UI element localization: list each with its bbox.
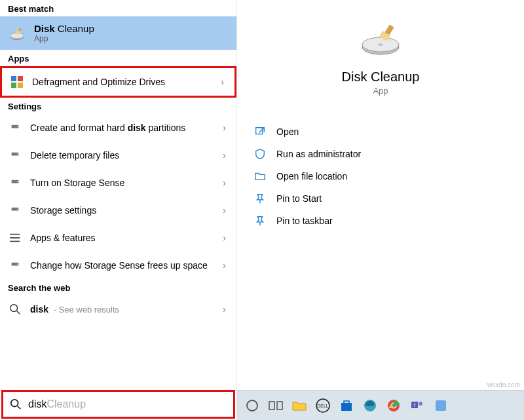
svg-rect-44 — [436, 400, 446, 411]
disk-cleanup-hero-icon — [354, 20, 407, 59]
svg-point-21 — [10, 305, 18, 312]
chrome-icon[interactable] — [384, 396, 403, 415]
pin-icon — [254, 193, 266, 204]
svg-rect-32 — [269, 402, 274, 410]
chevron-right-icon: › — [223, 233, 226, 243]
result-label: Defragment and Optimize Drives — [32, 76, 213, 88]
app-icon[interactable] — [431, 396, 451, 415]
action-open-location[interactable]: Open file location — [250, 165, 511, 187]
drive-icon — [8, 148, 22, 162]
svg-rect-36 — [341, 403, 352, 411]
action-list: Open Run as administrator Open file loca… — [237, 109, 524, 244]
action-run-admin[interactable]: Run as administrator — [250, 143, 511, 165]
svg-point-11 — [17, 154, 18, 155]
web-header: Search the web — [0, 279, 236, 296]
action-label: Open — [276, 126, 299, 137]
open-icon — [254, 126, 266, 138]
chevron-right-icon: › — [223, 205, 226, 216]
search-input[interactable]: disk Cleanup — [1, 390, 235, 419]
result-label: Create and format hard disk partitions — [30, 122, 215, 134]
best-match-item[interactable]: Disk Cleanup App — [0, 16, 236, 50]
svg-point-20 — [17, 264, 18, 265]
settings-result-storage-sense[interactable]: Turn on Storage Sense › — [0, 169, 236, 197]
cortana-icon[interactable] — [242, 396, 262, 415]
chevron-right-icon: › — [223, 304, 226, 315]
folder-icon — [254, 170, 266, 182]
preview-subtitle: App — [373, 86, 388, 96]
action-pin-taskbar[interactable]: Pin to taskbar — [250, 210, 511, 232]
app-result-defragment[interactable]: Defragment and Optimize Drives › — [0, 66, 236, 98]
search-icon — [8, 302, 22, 316]
svg-point-23 — [11, 400, 18, 407]
teams-icon[interactable]: T — [407, 396, 427, 415]
svg-line-24 — [18, 406, 21, 410]
disk-cleanup-icon — [8, 24, 26, 43]
settings-result-storage[interactable]: Storage settings › — [0, 197, 236, 224]
shield-icon — [254, 148, 266, 160]
svg-rect-4 — [11, 76, 16, 81]
svg-point-13 — [17, 181, 18, 182]
svg-point-16 — [10, 234, 11, 235]
action-pin-start[interactable]: Pin to Start — [250, 187, 511, 210]
web-result[interactable]: disk - See web results › — [0, 296, 236, 323]
action-label: Pin to Start — [276, 193, 322, 204]
settings-result-partitions[interactable]: Create and format hard disk partitions › — [0, 114, 236, 142]
best-match-header: Best match — [0, 0, 236, 16]
dell-icon[interactable]: DELL — [313, 396, 333, 415]
drive-icon — [8, 121, 22, 135]
svg-point-18 — [10, 241, 11, 242]
chevron-right-icon: › — [221, 77, 224, 87]
svg-point-31 — [247, 400, 257, 411]
result-label: Change how Storage Sense frees up space — [30, 259, 215, 271]
svg-line-22 — [17, 311, 20, 315]
best-match-text: Disk Cleanup App — [34, 23, 94, 43]
drive-icon — [8, 258, 22, 273]
result-label: Apps & features — [30, 232, 215, 244]
chevron-right-icon: › — [223, 150, 226, 161]
result-label: Delete temporary files — [30, 149, 215, 161]
edge-icon[interactable] — [360, 396, 380, 415]
chevron-right-icon: › — [223, 260, 226, 271]
svg-point-9 — [17, 126, 18, 127]
settings-result-delete-temp[interactable]: Delete temporary files › — [0, 142, 236, 169]
search-completion-text: Cleanup — [47, 398, 86, 410]
chevron-right-icon: › — [223, 123, 226, 133]
svg-point-1 — [10, 33, 24, 39]
result-label: disk - See web results — [30, 303, 215, 316]
taskbar: DELL T — [237, 390, 524, 420]
search-icon — [10, 398, 22, 410]
list-icon — [8, 231, 22, 245]
action-label: Open file location — [276, 171, 347, 181]
svg-point-17 — [10, 237, 11, 239]
search-typed-text: disk — [28, 398, 47, 410]
settings-header: Settings — [0, 98, 236, 114]
svg-point-27 — [378, 44, 383, 46]
store-icon[interactable] — [337, 396, 356, 415]
preview-pane: Disk Cleanup App Open Run as administrat… — [237, 0, 524, 420]
result-label: Storage settings — [30, 204, 215, 216]
result-label: Turn on Storage Sense — [30, 177, 215, 189]
chevron-right-icon: › — [223, 178, 226, 188]
defragment-icon — [10, 75, 24, 89]
drive-icon — [8, 176, 22, 190]
pin-icon — [254, 215, 266, 227]
svg-point-15 — [17, 209, 18, 210]
settings-result-apps-features[interactable]: Apps & features › — [0, 224, 236, 252]
watermark: wsxdn.com — [487, 381, 520, 389]
svg-rect-7 — [18, 83, 23, 88]
action-open[interactable]: Open — [250, 121, 511, 143]
action-label: Pin to taskbar — [276, 216, 333, 226]
svg-text:DELL: DELL — [317, 404, 329, 408]
apps-header: Apps — [0, 50, 236, 66]
settings-result-storage-sense-change[interactable]: Change how Storage Sense frees up space … — [0, 252, 236, 279]
action-label: Run as administrator — [276, 149, 361, 159]
preview-title: Disk Cleanup — [342, 69, 420, 85]
svg-rect-6 — [11, 83, 16, 88]
svg-rect-5 — [18, 76, 23, 81]
svg-rect-33 — [277, 402, 282, 410]
drive-icon — [8, 203, 22, 218]
file-explorer-icon[interactable] — [290, 396, 309, 415]
svg-point-43 — [419, 402, 422, 406]
search-results-pane: Best match Disk Cleanup App Apps Defra — [0, 0, 237, 420]
task-view-icon[interactable] — [266, 396, 286, 415]
